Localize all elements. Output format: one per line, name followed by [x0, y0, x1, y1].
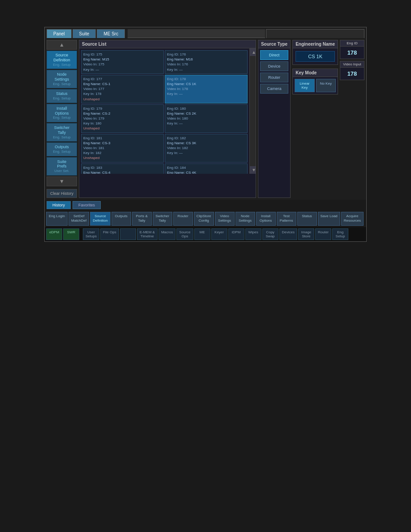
nav-node-settings[interactable]: NodeSettings — [235, 212, 255, 226]
source-item-183[interactable]: Eng ID: 183 Eng Name: CS-4 Video In: 183… — [81, 163, 164, 174]
nav-source-definition[interactable]: SourceDefinition — [90, 212, 110, 226]
tab-suite[interactable]: Suite — [73, 29, 96, 38]
sidebar-down-arrow[interactable]: ▼ — [47, 176, 77, 186]
key-mode-header: Key Mode — [293, 69, 338, 77]
scroll-up-arrow[interactable]: ▲ — [250, 48, 256, 56]
nav-switcher-tally[interactable]: SwitcherTally — [153, 212, 172, 226]
type-btn-direct[interactable]: Direct — [260, 50, 288, 60]
source-item-175[interactable]: Eng ID: 175 Eng Name: M15 Video In: 175 … — [81, 50, 164, 74]
sidebar-up-arrow[interactable]: ▲ — [47, 40, 77, 50]
history-tab-row: History Favorites — [45, 200, 366, 210]
nav-save-load[interactable]: Save Load — [318, 212, 340, 226]
clear-history-button[interactable]: Clear History — [47, 189, 77, 198]
type-btn-router[interactable]: Router — [260, 73, 288, 82]
nav-status[interactable]: Status — [297, 212, 317, 226]
nav2-router[interactable]: Router — [315, 228, 331, 240]
tab-history[interactable]: History — [47, 201, 71, 209]
source-list-scrollbar[interactable]: ▲ ▼ — [249, 48, 256, 174]
source-item-184[interactable]: Eng ID: 184 Eng Name: CS 4K Video In: 18… — [165, 163, 248, 174]
nav2-emem-timeline[interactable]: E-MEM &Timeline — [137, 228, 158, 240]
nav2-source-ops[interactable]: SourceOps — [176, 228, 193, 240]
video-input-value: 178 — [340, 68, 364, 80]
nav-setdef-matchdef[interactable]: SetDefMatchDef — [68, 212, 89, 226]
source-item-179[interactable]: Eng ID: 179 Eng Name: CS-2 Video In: 179… — [81, 104, 164, 133]
nav2-edpm[interactable]: eDPM — [46, 228, 62, 240]
nav2-swr[interactable]: SWR — [63, 228, 79, 240]
source-type-header: Source Type — [258, 40, 290, 48]
sidebar-btn-install-options[interactable]: InstallOptions Eng. Setup — [47, 104, 77, 122]
eng-id-box: Eng ID 178 — [340, 40, 364, 59]
engineering-name-box: Engineering Name CS 1K — [292, 40, 338, 65]
type-btn-device[interactable]: Device — [260, 61, 288, 71]
content-area: ▲ SourceDefinition Eng. Setup NodeSettin… — [45, 38, 366, 200]
bottom-nav-row1: Eng Login SetDefMatchDef SourceDefinitio… — [45, 210, 366, 227]
source-list-header: Source List — [79, 40, 256, 48]
tab-favorites[interactable]: Favorites — [73, 201, 101, 209]
source-list-scroll: Eng ID: 175 Eng Name: M15 Video In: 175 … — [79, 48, 256, 174]
nav2-macros[interactable]: Macros — [158, 228, 176, 240]
engineering-name-input[interactable]: CS 1K — [295, 51, 335, 62]
nav2-blank — [120, 228, 136, 240]
nav2-file-ops[interactable]: File Ops — [100, 228, 119, 240]
nav-video-settings[interactable]: VideoSettings — [215, 212, 235, 226]
video-input-box: Video Input 178 — [340, 61, 364, 80]
nav2-me[interactable]: ME — [194, 228, 210, 240]
sidebar-btn-switcher-tally[interactable]: SwitcherTally Eng. Setup — [47, 123, 77, 142]
video-input-label: Video Input — [340, 61, 364, 68]
sidebar-btn-node-settings[interactable]: NodeSettings Eng. Setup — [47, 70, 77, 88]
left-sidebar: ▲ SourceDefinition Eng. Setup NodeSettin… — [47, 40, 77, 198]
eng-id-label: Eng ID — [340, 40, 364, 47]
nav2-idpm[interactable]: iDPM — [228, 228, 244, 240]
nav-ports-tally[interactable]: Ports &Tally — [132, 212, 152, 226]
engineering-name-header: Engineering Name — [293, 40, 338, 48]
far-right-col: Eng ID 178 Video Input 178 — [340, 40, 364, 198]
center-panel: Source List Eng ID: 175 Eng Name: M15 Vi… — [79, 40, 256, 198]
source-item-177[interactable]: Eng ID: 177 Eng Name: CS-1 Video In: 177… — [81, 75, 164, 103]
nav-acquire-resources[interactable]: AcquireResources — [341, 212, 364, 226]
nav-outputs[interactable]: Outputs — [111, 212, 131, 226]
type-btn-camera[interactable]: Camera — [260, 84, 288, 94]
source-type-buttons: Direct Device Router Camera — [258, 48, 290, 95]
right-panels: Source Type Direct Device Router Camera … — [258, 40, 364, 198]
source-item-182[interactable]: Eng ID: 182 Eng Name: CS 3K Video In: 18… — [165, 134, 248, 163]
source-item-178[interactable]: Eng ID: 178 Eng Name: CS 1K Video In: 17… — [165, 75, 248, 103]
key-mode-buttons: LinearKey No Key — [293, 77, 338, 94]
source-list-container: Source List Eng ID: 175 Eng Name: M15 Vi… — [79, 40, 256, 198]
nav2-image-store[interactable]: ImageStore — [298, 228, 314, 240]
key-mode-linear[interactable]: LinearKey — [295, 79, 314, 92]
source-type-box: Source Type Direct Device Router Camera — [258, 40, 291, 198]
nav-clipstore-config[interactable]: ClipStoreConfig — [194, 212, 214, 226]
key-mode-no-key[interactable]: No Key — [316, 79, 336, 92]
key-mode-box: Key Mode LinearKey No Key — [292, 69, 338, 94]
nav2-eng-setup[interactable]: EngSetup — [332, 228, 348, 240]
eng-name-col: Engineering Name CS 1K Key Mode LinearKe… — [292, 40, 338, 198]
source-item-176[interactable]: Eng ID: 176 Eng Name: M16 Video In: 176 … — [165, 50, 248, 74]
nav-test-patterns[interactable]: TestPatterns — [277, 212, 296, 226]
nav-install-options[interactable]: InstallOptions — [256, 212, 276, 226]
nav2-devices[interactable]: Devices — [279, 228, 297, 240]
source-item-181[interactable]: Eng ID: 181 Eng Name: CS-3 Video In: 181… — [81, 134, 164, 163]
nav-router[interactable]: Router — [173, 212, 193, 226]
nav2-wipes[interactable]: Wipes — [245, 228, 261, 240]
source-item-180[interactable]: Eng ID: 180 Eng Name: CS 2K Video In: 18… — [165, 104, 248, 133]
scroll-down-arrow[interactable]: ▼ — [250, 166, 256, 174]
sidebar-btn-source-def[interactable]: SourceDefinition Eng. Setup — [47, 51, 77, 69]
tab-me-src[interactable]: ME Src — [97, 29, 125, 38]
bottom-nav-row2: eDPM SWR UserSetups File Ops E-MEM &Time… — [45, 227, 366, 241]
nav-eng-login[interactable]: Eng Login — [46, 212, 68, 226]
sidebar-btn-suite-prefs[interactable]: SuitePrefs User Set. — [47, 157, 77, 176]
sidebar-btn-outputs[interactable]: Outputs Eng. Setup — [47, 142, 77, 156]
tab-panel[interactable]: Panel — [47, 29, 72, 38]
eng-id-value: 178 — [340, 47, 364, 59]
source-list-grid: Eng ID: 175 Eng Name: M15 Video In: 175 … — [79, 48, 249, 174]
main-container: Panel Suite ME Src ▲ SourceDefinition En… — [44, 27, 367, 242]
nav2-user-setups[interactable]: UserSetups — [83, 228, 99, 240]
nav2-keyer[interactable]: Keyer — [211, 228, 227, 240]
sidebar-btn-status[interactable]: Status Eng. Setup — [47, 89, 77, 103]
nav2-copy-swap[interactable]: CopySwap — [262, 228, 278, 240]
top-tabs: Panel Suite ME Src — [45, 27, 366, 38]
